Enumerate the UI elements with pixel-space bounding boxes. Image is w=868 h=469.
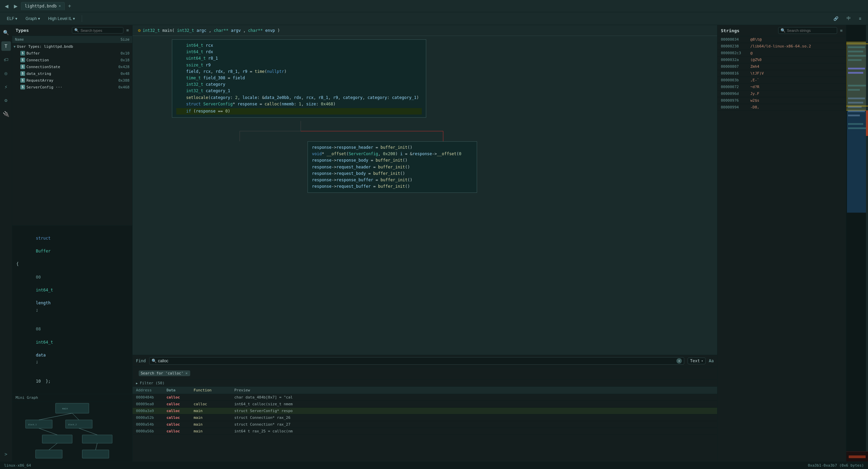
add-tab-button[interactable]: +: [66, 3, 73, 9]
table-row[interactable]: 0000a52b calloc main struct Connection* …: [133, 414, 717, 421]
code-view[interactable]: ⚙ int32_t main( int32_t argc , char** ar…: [133, 25, 717, 355]
status-arch: linux-x86_64: [4, 463, 31, 468]
filter-row[interactable]: ▶ Filter (50): [133, 380, 717, 387]
crossref-button[interactable]: 中: [844, 15, 853, 22]
mini-graph-section: Mini Graph: [12, 394, 132, 462]
filter-label: Filter (50): [140, 381, 164, 385]
sidebar-item-search[interactable]: 🔍: [1, 28, 11, 37]
list-item[interactable]: 0000003b ,E-`: [717, 77, 846, 84]
code-line: response->response_header = buffer_init(…: [312, 144, 473, 151]
svg-line-7: [39, 413, 72, 420]
sidebar-item-analysis[interactable]: ⚡: [1, 82, 11, 91]
list-item[interactable]: S ServerConfig ··· 0x468: [18, 84, 132, 90]
tree-root-label: User Types: lighttpd.bndb: [17, 44, 73, 49]
sidebar-item-symbols[interactable]: ◎: [1, 68, 11, 78]
list-item[interactable]: 00000807 Zmh4: [717, 63, 846, 70]
find-input-wrap[interactable]: 🔍 ×: [149, 357, 684, 365]
list-item[interactable]: 0000096d Jy.F: [717, 90, 846, 97]
connection-size: 0x18: [121, 58, 130, 62]
find-search-icon: 🔍: [152, 359, 157, 363]
types-panel-menu-button[interactable]: ≡: [126, 28, 129, 33]
list-item[interactable]: 0000002c3 @: [717, 50, 846, 57]
list-item[interactable]: S data_string 0x48: [18, 70, 132, 77]
result-data: calloc: [166, 409, 194, 413]
list-item[interactable]: 00000994 -D8,: [717, 104, 846, 111]
result-func: main: [194, 409, 234, 413]
list-item[interactable]: S RequestArray 0x388: [18, 77, 132, 84]
result-func: main: [194, 429, 234, 433]
sidebar-item-console[interactable]: >: [1, 449, 11, 459]
svg-rect-29: [848, 72, 863, 74]
types-search-input[interactable]: [80, 28, 121, 33]
serverconfig-size: 0x468: [118, 85, 130, 89]
result-data: calloc: [166, 415, 194, 420]
table-row[interactable]: 0000484b calloc char data_484b[0x7] = "c…: [133, 394, 717, 401]
tree-root-arrow: ▼: [14, 45, 16, 48]
svg-rect-39: [866, 25, 868, 451]
table-row[interactable]: 00009ea0 calloc calloc int64_t calloc(si…: [133, 401, 717, 408]
find-clear-button[interactable]: ×: [676, 358, 682, 364]
svg-line-8: [72, 413, 79, 420]
list-item[interactable]: 00000034 @8\t@: [717, 36, 846, 43]
status-right: 0xa3b1-0xa3b7 (0x6 bytes): [808, 463, 864, 468]
results-table: Search for 'calloc' × ▶ Filter (50) Addr…: [133, 367, 717, 462]
tree-root-node[interactable]: ▼ User Types: lighttpd.bndb: [12, 43, 132, 50]
strings-list: 00000034 @8\t@ 00000238 /lib64/ld-linux-…: [717, 36, 846, 462]
find-case-sensitive-toggle[interactable]: Aa: [709, 359, 714, 363]
tab-close-button[interactable]: ×: [59, 4, 61, 8]
string-addr: 00000238: [721, 44, 746, 48]
link-button[interactable]: 🔗: [831, 15, 841, 22]
list-item[interactable]: 00000976 w2$s: [717, 97, 846, 104]
sidebar-item-plugins[interactable]: 🔌: [1, 109, 11, 119]
string-addr: 0000032a: [721, 58, 746, 62]
menu-icon: ≡: [859, 16, 861, 21]
table-row[interactable]: 0000a3a9 calloc main struct ServerConfig…: [133, 408, 717, 414]
toolbar-menu-button[interactable]: ≡: [856, 15, 864, 22]
code-line: ssize_t r9: [176, 62, 422, 68]
back-button[interactable]: ◀: [3, 2, 11, 10]
list-item[interactable]: S Connection 0x18: [18, 57, 132, 63]
types-search-box[interactable]: 🔍: [72, 27, 123, 34]
status-address: 0xa3b1-0xa3b7 (0x6 bytes): [808, 463, 864, 468]
table-row[interactable]: 0000a56b calloc main int64 t rax_25 = ca…: [133, 428, 717, 435]
string-value: w2$s: [750, 98, 843, 103]
list-item[interactable]: 0000032a (@Z%0: [717, 57, 846, 63]
svg-rect-37: [848, 123, 863, 125]
find-type-select[interactable]: Text ▾: [688, 358, 705, 364]
sidebar-item-types[interactable]: T: [1, 41, 11, 51]
strings-search-box[interactable]: 🔍: [778, 27, 837, 34]
main-tab[interactable]: lighttpd.bndb ×: [21, 2, 65, 10]
list-item[interactable]: S Buffer 0x10: [18, 50, 132, 57]
requestarray-size: 0x388: [118, 78, 130, 83]
forward-button[interactable]: ▶: [12, 2, 20, 10]
svg-line-9: [39, 428, 57, 435]
type-name-serverconfig: ServerConfig ···: [26, 85, 62, 89]
sidebar-item-tags[interactable]: 🏷: [1, 55, 11, 64]
result-data: calloc: [166, 395, 194, 400]
hlil-menu-button[interactable]: High Level IL ▾: [45, 15, 78, 22]
strings-search-input[interactable]: [787, 28, 835, 33]
connectionstate-size: 0x428: [118, 65, 130, 69]
code-line: response->request_buffer = buffer_init(): [312, 183, 473, 190]
elf-menu-button[interactable]: ELF ▾: [4, 15, 20, 22]
list-item[interactable]: 00000072 ~d?R: [717, 84, 846, 90]
strings-panel-menu-button[interactable]: ≡: [840, 28, 843, 33]
sidebar-item-settings[interactable]: ⚙: [1, 96, 11, 105]
string-value: Jy.F: [750, 91, 843, 96]
list-item[interactable]: S ConnectionState 0x428: [18, 63, 132, 70]
list-item[interactable]: 00000238 /lib64/ld-linux-x86-64.so.2: [717, 43, 846, 50]
result-preview: struct Connection* rax_26: [234, 415, 714, 420]
result-addr: 0000484b: [136, 395, 166, 400]
search-tag[interactable]: Search for 'calloc' ×: [139, 370, 190, 376]
result-data: calloc: [166, 402, 194, 406]
find-input[interactable]: [158, 359, 675, 363]
graph-menu-button[interactable]: Graph ▾: [23, 15, 43, 22]
col-function-header: Function: [194, 388, 234, 392]
bottom-panel: Search for 'calloc' × ▶ Filter (50) Addr…: [133, 367, 717, 462]
svg-text:main: main: [62, 407, 68, 410]
list-item[interactable]: 00000816 \tJF)V: [717, 70, 846, 77]
table-row[interactable]: 0000a54b calloc main struct Connection* …: [133, 421, 717, 428]
result-addr: 0000a52b: [136, 415, 166, 420]
types-panel-title: Types: [16, 28, 69, 33]
search-tag-close-button[interactable]: ×: [185, 371, 188, 375]
